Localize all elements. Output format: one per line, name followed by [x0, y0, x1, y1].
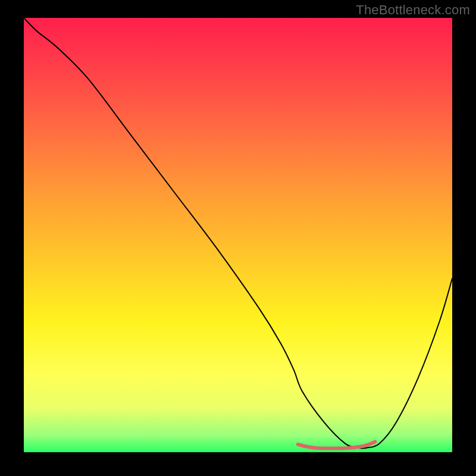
chart-svg [24, 18, 452, 452]
plot-area [24, 18, 452, 452]
gradient-background [24, 18, 452, 452]
chart-frame: TheBottleneck.com [0, 0, 476, 476]
watermark-text: TheBottleneck.com [356, 2, 470, 18]
